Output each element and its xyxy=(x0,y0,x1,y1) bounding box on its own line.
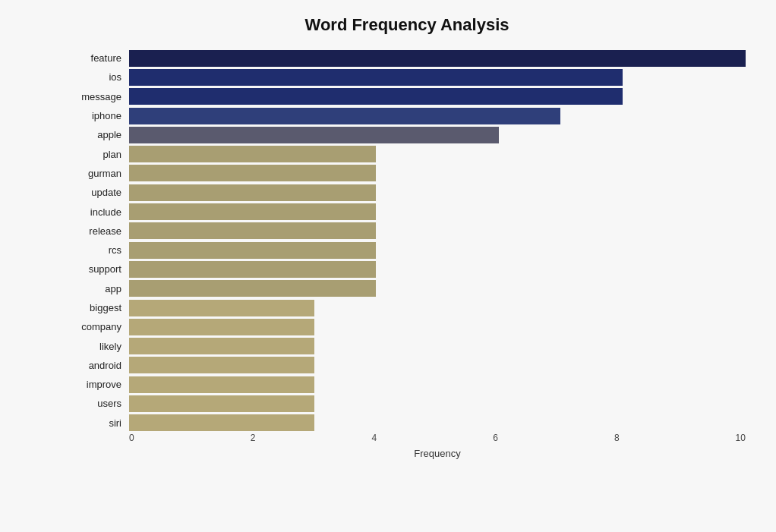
bar-fill xyxy=(129,280,376,297)
bar-row: improve xyxy=(68,375,746,394)
bar-track xyxy=(129,338,746,354)
x-axis-area: 0246810 Frequency xyxy=(68,433,746,459)
bar-label: rcs xyxy=(68,244,129,256)
bar-label: iphone xyxy=(68,110,129,121)
bar-track xyxy=(129,414,746,431)
bar-label: siri xyxy=(68,417,129,429)
bar-row: android xyxy=(68,356,746,375)
bar-label: likely xyxy=(68,341,129,352)
bar-label: ios xyxy=(68,71,129,83)
bar-track xyxy=(129,261,746,278)
bar-label: message xyxy=(68,91,129,102)
bar-label: biggest xyxy=(68,302,129,313)
bar-fill xyxy=(129,127,499,143)
bar-fill xyxy=(129,203,376,220)
bar-track xyxy=(129,146,746,162)
bar-label: users xyxy=(68,398,129,409)
bar-fill xyxy=(129,319,314,335)
x-tick: 2 xyxy=(251,433,256,443)
bar-label: include xyxy=(68,206,129,218)
bar-label: plan xyxy=(68,149,129,160)
bar-track xyxy=(129,357,746,373)
bar-track xyxy=(129,50,746,67)
bar-fill xyxy=(129,395,314,412)
x-tick: 0 xyxy=(129,433,134,443)
chart-title: Word Frequency Analysis xyxy=(68,15,746,35)
bar-label: apple xyxy=(68,129,129,140)
x-tick: 4 xyxy=(371,433,377,443)
bar-track xyxy=(129,203,746,220)
bar-fill xyxy=(129,414,314,431)
bar-track xyxy=(129,300,746,316)
bar-track xyxy=(129,280,746,297)
x-tick: 8 xyxy=(614,433,620,443)
bar-fill xyxy=(129,50,746,67)
bar-row: message xyxy=(68,87,746,106)
bar-track xyxy=(129,165,746,181)
bar-track xyxy=(129,319,746,335)
bar-label: gurman xyxy=(68,168,129,179)
bar-track xyxy=(129,376,746,393)
x-tick: 10 xyxy=(736,433,746,443)
bar-track xyxy=(129,88,746,105)
bar-row: rcs xyxy=(68,241,746,260)
bar-label: android xyxy=(68,360,129,371)
bar-fill xyxy=(129,357,314,373)
bar-row: likely xyxy=(68,336,746,355)
bar-fill xyxy=(129,242,376,259)
bar-row: feature xyxy=(68,49,746,68)
bar-label: update xyxy=(68,187,129,198)
bar-fill xyxy=(129,69,623,86)
bar-fill xyxy=(129,338,314,354)
bar-row: include xyxy=(68,202,746,221)
bar-label: feature xyxy=(68,52,129,64)
bar-row: update xyxy=(68,183,746,202)
bar-row: plan xyxy=(68,144,746,163)
bar-fill xyxy=(129,165,376,181)
bar-fill xyxy=(129,261,376,278)
bar-row: apple xyxy=(68,125,746,144)
bar-track xyxy=(129,108,746,124)
bar-label: support xyxy=(68,263,129,275)
bar-row: biggest xyxy=(68,298,746,317)
bar-track xyxy=(129,395,746,412)
bar-track xyxy=(129,69,746,86)
bars-section: featureiosmessageiphoneappleplangurmanup… xyxy=(68,49,746,433)
bar-row: gurman xyxy=(68,164,746,183)
x-tick: 6 xyxy=(493,433,498,443)
bar-track xyxy=(129,184,746,201)
x-tick-row: 0246810 xyxy=(129,433,746,443)
bar-row: users xyxy=(68,394,746,413)
bar-fill xyxy=(129,88,623,105)
bar-fill xyxy=(129,184,376,201)
bar-fill xyxy=(129,146,376,162)
bar-fill xyxy=(129,108,560,124)
bar-row: support xyxy=(68,260,746,279)
bar-label: company xyxy=(68,321,129,332)
bar-fill xyxy=(129,376,314,393)
bar-row: iphone xyxy=(68,106,746,125)
bar-track xyxy=(129,242,746,259)
bar-label: release xyxy=(68,225,129,237)
bar-fill xyxy=(129,222,376,239)
chart-area: featureiosmessageiphoneappleplangurmanup… xyxy=(68,49,746,459)
bar-row: siri xyxy=(68,414,746,433)
bar-row: release xyxy=(68,222,746,241)
bar-label: improve xyxy=(68,379,129,390)
bar-label: app xyxy=(68,283,129,294)
bar-track xyxy=(129,222,746,239)
x-axis-label: Frequency xyxy=(129,448,746,459)
bar-row: app xyxy=(68,279,746,298)
bar-row: ios xyxy=(68,68,746,87)
bar-track xyxy=(129,127,746,143)
bar-fill xyxy=(129,300,314,316)
bar-row: company xyxy=(68,317,746,336)
chart-container: Word Frequency Analysis featureiosmessag… xyxy=(0,0,776,532)
